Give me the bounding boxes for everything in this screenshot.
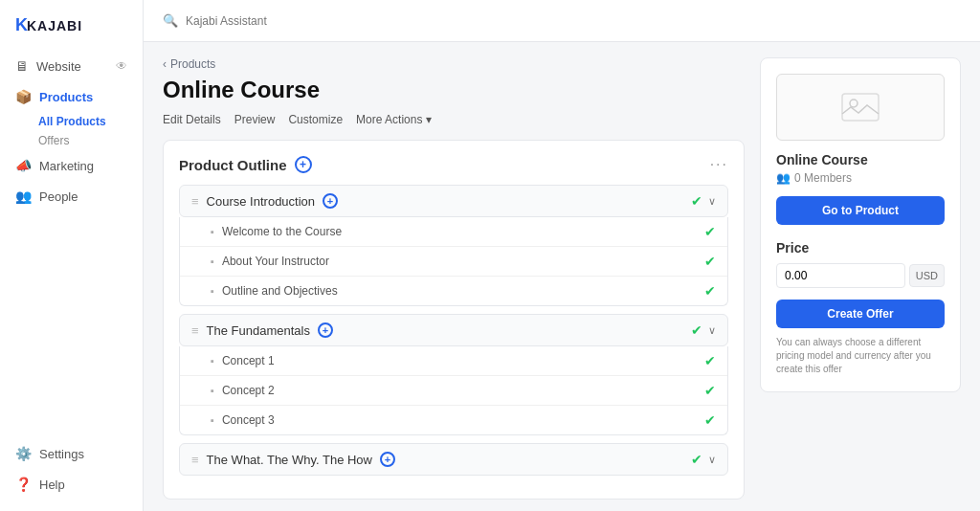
outline-add-icon[interactable]: +	[295, 156, 312, 173]
customize-button[interactable]: Customize	[288, 113, 343, 126]
search-icon: 🔍	[163, 13, 178, 28]
gear-icon: ⚙️	[15, 446, 32, 461]
members-count-text: 0 Members	[794, 171, 852, 185]
go-to-product-button[interactable]: Go to Product	[776, 196, 945, 225]
sidebar-sub-offers[interactable]: Offers	[0, 131, 143, 150]
preview-button[interactable]: Preview	[234, 113, 276, 126]
edit-details-button[interactable]: Edit Details	[163, 113, 221, 126]
section-1-check: ✔	[691, 193, 702, 209]
sidebar-label-website: Website	[36, 59, 81, 74]
section-2-add-icon[interactable]: +	[318, 322, 333, 338]
section-1-header[interactable]: ≡ Course Introduction + ✔ ∨	[179, 185, 728, 217]
lesson-file-icon: ▪	[211, 226, 214, 237]
section-3-header[interactable]: ≡ The What. The Why. The How + ✔ ∨	[179, 443, 728, 476]
lesson-3-title: Outline and Objectives	[222, 284, 338, 298]
drag-icon-section-1: ≡	[191, 194, 199, 209]
outline-title-text: Product Outline	[179, 157, 287, 173]
outline-header: Product Outline + ···	[179, 156, 728, 173]
lesson-item[interactable]: ▪ Concept 3 ✔	[180, 406, 727, 434]
outline-title: Product Outline +	[179, 156, 312, 173]
section-2-check: ✔	[691, 322, 702, 338]
section-3: ≡ The What. The Why. The How + ✔ ∨	[179, 443, 728, 476]
section-1-lessons: ▪ Welcome to the Course ✔ ▪ About Your I…	[179, 217, 728, 306]
main-area: 🔍 ‹ Products Online Course Edit Details …	[144, 0, 980, 511]
section-1-title: Course Introduction	[207, 194, 315, 209]
sidebar-item-settings[interactable]: ⚙️ Settings	[0, 438, 143, 469]
lesson-5-title: Concept 2	[222, 384, 275, 397]
sidebar-item-marketing[interactable]: 📣 Marketing	[0, 150, 143, 181]
section-3-chevron[interactable]: ∨	[708, 454, 716, 466]
currency-badge: USD	[909, 264, 945, 287]
sidebar-item-products[interactable]: 📦 Products	[0, 81, 143, 112]
lesson-file-icon: ▪	[211, 285, 214, 297]
section-1: ≡ Course Introduction + ✔ ∨ ▪	[179, 185, 728, 306]
drag-icon-section-3: ≡	[191, 453, 199, 467]
members-count: 👥 0 Members	[776, 171, 945, 185]
search-input[interactable]	[186, 14, 358, 28]
lesson-item[interactable]: ▪ About Your Instructor ✔	[180, 247, 727, 277]
eye-icon: 👁	[116, 59, 127, 73]
section-1-chevron[interactable]: ∨	[708, 195, 716, 208]
section-3-add-icon[interactable]: +	[380, 452, 395, 467]
monitor-icon: 🖥	[15, 58, 29, 74]
sidebar-label-help: Help	[39, 478, 65, 492]
breadcrumb: ‹ Products	[163, 57, 745, 71]
lesson-6-title: Concept 3	[222, 413, 275, 427]
main-content: ‹ Products Online Course Edit Details Pr…	[163, 57, 745, 496]
people-icon: 👥	[15, 189, 32, 204]
lesson-5-check: ✔	[704, 383, 716, 398]
lesson-item[interactable]: ▪ Concept 2 ✔	[180, 376, 727, 406]
right-card: Online Course 👥 0 Members Go to Product …	[760, 57, 961, 392]
sidebar-item-people[interactable]: 👥 People	[0, 181, 143, 211]
section-1-add-icon[interactable]: +	[323, 193, 338, 209]
svg-rect-0	[842, 94, 879, 121]
section-2-title: The Fundamentals	[207, 323, 310, 338]
sidebar-label-marketing: Marketing	[39, 159, 94, 173]
section-2-lessons: ▪ Concept 1 ✔ ▪ Concept 2 ✔	[179, 346, 728, 435]
create-offer-button[interactable]: Create Offer	[776, 300, 945, 328]
sidebar-item-website[interactable]: 🖥 Website 👁	[0, 51, 143, 81]
lesson-3-check: ✔	[704, 283, 716, 299]
members-icon: 👥	[776, 171, 791, 185]
lesson-item[interactable]: ▪ Welcome to the Course ✔	[180, 217, 727, 247]
lesson-item[interactable]: ▪ Outline and Objectives ✔	[180, 277, 727, 305]
question-icon: ❓	[15, 477, 32, 492]
lesson-1-check: ✔	[704, 224, 716, 239]
sidebar-item-help[interactable]: ❓ Help	[0, 469, 143, 500]
page-title: Online Course	[163, 77, 745, 103]
lesson-file-icon: ▪	[211, 355, 214, 367]
section-2-chevron[interactable]: ∨	[708, 324, 716, 337]
lesson-4-check: ✔	[704, 353, 716, 368]
svg-point-1	[850, 100, 858, 107]
more-actions-button[interactable]: More Actions ▾	[356, 113, 432, 126]
megaphone-icon: 📣	[15, 158, 32, 173]
sidebar-label-people: People	[39, 189, 78, 204]
lesson-4-title: Concept 1	[222, 354, 275, 367]
offer-note: You can always choose a different pricin…	[776, 336, 945, 376]
image-icon	[841, 93, 880, 122]
lesson-1-title: Welcome to the Course	[222, 225, 342, 238]
right-panel: Online Course 👥 0 Members Go to Product …	[760, 57, 961, 496]
sidebar-label-settings: Settings	[39, 447, 84, 461]
content-area: ‹ Products Online Course Edit Details Pr…	[144, 42, 980, 511]
section-2-header[interactable]: ≡ The Fundamentals + ✔ ∨	[179, 314, 728, 346]
logo-text: KAJABI	[27, 18, 82, 33]
lesson-file-icon: ▪	[211, 385, 214, 396]
price-input[interactable]	[776, 263, 905, 288]
outline-menu-button[interactable]: ···	[710, 156, 728, 173]
product-image-placeholder	[776, 74, 945, 141]
lesson-file-icon: ▪	[211, 256, 214, 267]
section-3-check: ✔	[691, 452, 702, 467]
sidebar-sub-all-products[interactable]: All Products	[0, 112, 143, 131]
breadcrumb-arrow: ‹	[163, 57, 167, 71]
logo: KKAJABI	[0, 11, 143, 51]
topbar: 🔍	[144, 0, 980, 42]
lesson-2-title: About Your Instructor	[222, 255, 329, 268]
breadcrumb-parent[interactable]: Products	[170, 57, 215, 71]
lesson-2-check: ✔	[704, 254, 716, 269]
lesson-item[interactable]: ▪ Concept 1 ✔	[180, 346, 727, 376]
right-product-name: Online Course	[776, 152, 945, 167]
sidebar: KKAJABI 🖥 Website 👁 📦 Products All Produ…	[0, 0, 144, 511]
action-bar: Edit Details Preview Customize More Acti…	[163, 113, 745, 126]
price-input-row: USD	[776, 263, 945, 288]
